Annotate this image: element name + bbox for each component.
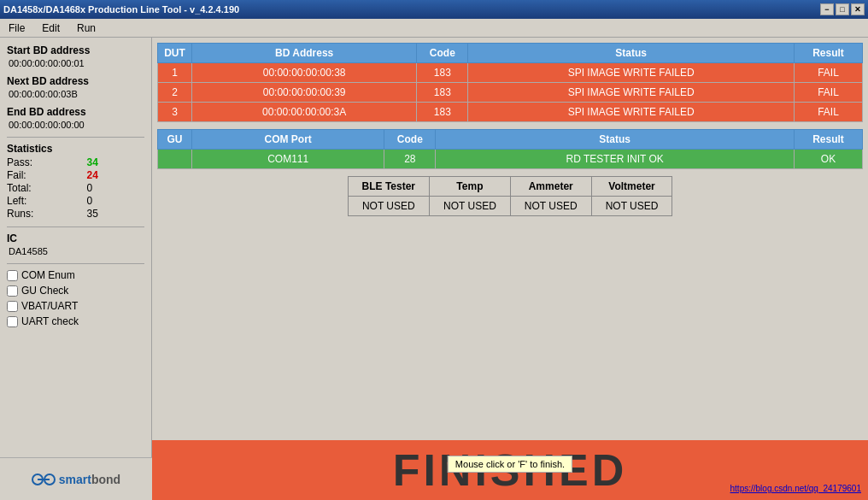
checkbox-vbat-input[interactable] [7,301,18,312]
checkbox-uart[interactable]: UART check [7,315,144,327]
fail-label: Fail: [7,169,80,181]
dut-table-row: 1 00:00:00:00:00:38 183 SPI IMAGE WRITE … [158,63,863,83]
start-bd-label: Start BD address [7,44,144,56]
finished-banner[interactable]: FINISHED Mouse click or 'F' to finish. h… [152,440,868,500]
dut-result: FAIL [795,63,863,83]
dut-status: SPI IMAGE WRITE FAILED [468,63,795,83]
col-header-bd: BD Address [192,44,417,63]
logo-area: smartbond [0,457,152,500]
dut-table: DUT BD Address Code Status Result 1 00:0… [157,43,863,122]
checkbox-com-enum[interactable]: COM Enum [7,269,144,281]
gu-table-header: GU COM Port Code Status Result [158,130,863,150]
runs-value: 35 [87,208,145,220]
ammeter-value: NOT USED [510,197,591,216]
menu-edit[interactable]: Edit [37,21,65,36]
finished-tooltip: Mouse click or 'F' to finish. [448,456,572,473]
col-header-gu-code: Code [384,130,436,150]
instrument-header-row: BLE Tester Temp Ammeter Voltmeter [348,177,672,197]
dut-num: 1 [158,63,192,83]
divider3 [7,263,144,264]
col-ammeter: Ammeter [510,177,591,197]
dut-bd: 00:00:00:00:00:3A [192,103,417,122]
instrument-table: BLE Tester Temp Ammeter Voltmeter NOT US… [348,176,673,216]
logo-text: smartbond [59,473,120,486]
end-bd-value: 00:00:00:00:00:00 [7,120,144,130]
end-bd-label: End BD address [7,106,144,118]
finished-url: https://blog.csdn.net/qq_24179601 [730,484,861,493]
ic-label: IC [7,232,144,244]
gu-result: OK [795,150,863,169]
main-container: Start BD address 00:00:00:00:00:01 Next … [0,38,868,500]
checkbox-uart-label: UART check [21,315,79,327]
left-value: 0 [87,195,145,207]
dut-table-row: 2 00:00:00:00:00:39 183 SPI IMAGE WRITE … [158,83,863,103]
dut-table-header: DUT BD Address Code Status Result [158,44,863,63]
gu-table-row: COM111 28 RD TESTER INIT OK OK [158,150,863,169]
checkbox-uart-input[interactable] [7,316,18,327]
checkbox-com-enum-input[interactable] [7,270,18,281]
dut-code: 183 [417,83,468,103]
col-header-code: Code [417,44,468,63]
right-panel: DUT BD Address Code Status Result 1 00:0… [152,38,868,500]
dut-status: SPI IMAGE WRITE FAILED [468,103,795,122]
col-header-dut: DUT [158,44,192,63]
checkbox-com-enum-label: COM Enum [21,269,75,281]
total-value: 0 [87,182,145,194]
dut-bd: 00:00:00:00:00:38 [192,63,417,83]
gu-num [158,150,192,169]
gu-table: GU COM Port Code Status Result COM111 28… [157,129,863,169]
fail-value: 24 [87,169,145,181]
ic-value: DA14585 [7,246,144,256]
dut-result: FAIL [795,83,863,103]
dut-status: SPI IMAGE WRITE FAILED [468,83,795,103]
divider2 [7,226,144,227]
dut-table-row: 3 00:00:00:00:00:3A 183 SPI IMAGE WRITE … [158,103,863,122]
dut-num: 3 [158,103,192,122]
runs-label: Runs: [7,208,80,220]
dut-code: 183 [417,63,468,83]
checkbox-gu-check[interactable]: GU Check [7,285,144,297]
total-label: Total: [7,182,80,194]
instrument-values-row: NOT USED NOT USED NOT USED NOT USED [348,197,672,216]
divider1 [7,137,144,138]
stats-label: Statistics [7,143,144,155]
next-bd-label: Next BD address [7,75,144,87]
dut-code: 183 [417,103,468,122]
gu-code: 28 [384,150,436,169]
close-button[interactable]: ✕ [851,3,865,15]
checkbox-gu-check-input[interactable] [7,285,18,297]
gu-status: RD TESTER INIT OK [436,150,795,169]
pass-label: Pass: [7,156,80,168]
pass-value: 34 [87,156,145,168]
app-title: DA1458x/DA1468x Production Line Tool - v… [3,4,239,15]
maximize-button[interactable]: □ [836,3,849,15]
smartbond-logo-icon [32,470,56,489]
checkbox-vbat-label: VBAT/UART [21,300,78,312]
checkbox-vbat[interactable]: VBAT/UART [7,300,144,312]
col-ble-tester: BLE Tester [348,177,429,197]
gu-com: COM111 [192,150,384,169]
minimize-button[interactable]: − [820,3,834,15]
voltmeter-value: NOT USED [591,197,672,216]
stats-grid: Pass: 34 Fail: 24 Total: 0 Left: 0 Runs:… [7,156,144,220]
menu-file[interactable]: File [3,21,30,36]
menu-bar: File Edit Run [0,19,868,38]
ble-tester-value: NOT USED [348,197,429,216]
title-bar: DA1458x/DA1468x Production Line Tool - v… [0,0,868,19]
col-header-gu-status: Status [436,130,795,150]
checkbox-gu-check-label: GU Check [21,285,68,297]
col-header-gu: GU [158,130,192,150]
col-voltmeter: Voltmeter [591,177,672,197]
left-panel: Start BD address 00:00:00:00:00:01 Next … [0,38,152,500]
col-header-com: COM Port [192,130,384,150]
col-header-result: Result [795,44,863,63]
temp-value: NOT USED [430,197,511,216]
start-bd-value: 00:00:00:00:00:01 [7,58,144,68]
dut-result: FAIL [795,103,863,122]
col-header-status: Status [468,44,795,63]
dut-bd: 00:00:00:00:00:39 [192,83,417,103]
col-header-gu-result: Result [795,130,863,150]
col-temp: Temp [430,177,511,197]
next-bd-value: 00:00:00:00:03B [7,89,144,99]
menu-run[interactable]: Run [72,21,101,36]
